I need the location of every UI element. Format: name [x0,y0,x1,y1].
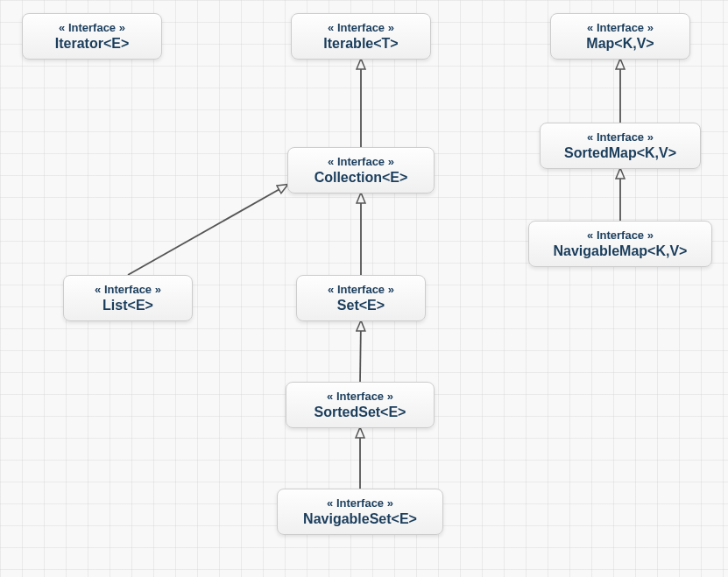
stereotype-label: « Interface » [293,496,427,510]
classname-label: SortedMap<K,V> [556,145,684,161]
uml-interface-sortedset[interactable]: « Interface »SortedSet<E> [286,382,435,428]
generalization-arrow [360,321,361,382]
stereotype-label: « Interface » [302,390,418,403]
uml-interface-collection[interactable]: « Interface »Collection<E> [287,147,435,194]
stereotype-label: « Interface » [556,130,684,144]
stereotype-label: « Interface » [313,283,409,296]
classname-label: NavigableSet<E> [293,511,427,527]
stereotype-label: « Interface » [567,21,674,34]
uml-interface-navigableset[interactable]: « Interface »NavigableSet<E> [277,489,443,535]
uml-interface-sortedmap[interactable]: « Interface »SortedMap<K,V> [540,123,701,169]
uml-interface-list[interactable]: « Interface »List<E> [63,275,193,321]
classname-label: List<E> [80,298,176,313]
stereotype-label: « Interface » [307,21,414,34]
classname-label: Set<E> [313,298,409,313]
generalization-arrow [128,185,287,275]
stereotype-label: « Interface » [39,21,145,34]
uml-interface-iterable[interactable]: « Interface »Iterable<T> [291,13,431,60]
classname-label: Iterator<E> [39,36,145,52]
classname-label: SortedSet<E> [302,405,418,420]
stereotype-label: « Interface » [304,155,418,168]
classname-label: NavigableMap<K,V> [545,243,696,259]
uml-interface-iterator[interactable]: « Interface »Iterator<E> [22,13,162,60]
uml-interface-navigablemap[interactable]: « Interface »NavigableMap<K,V> [528,221,712,267]
stereotype-label: « Interface » [80,283,176,296]
uml-interface-map[interactable]: « Interface »Map<K,V> [550,13,690,60]
classname-label: Map<K,V> [567,36,674,52]
stereotype-label: « Interface » [545,229,696,242]
classname-label: Iterable<T> [307,36,414,52]
classname-label: Collection<E> [304,170,418,186]
uml-interface-set[interactable]: « Interface »Set<E> [296,275,426,321]
